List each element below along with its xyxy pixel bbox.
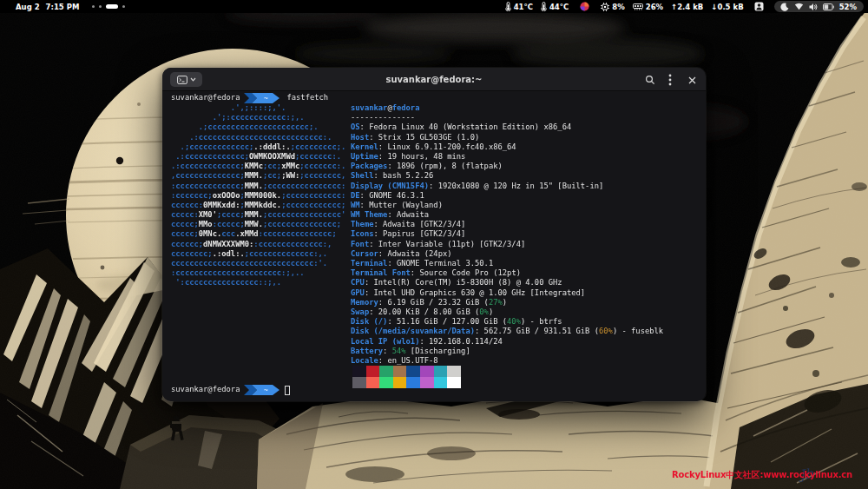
palette-swatch	[366, 377, 380, 388]
app-indicator-icon	[580, 2, 589, 11]
net-download-indicator[interactable]: ↓0.5 kB	[711, 3, 743, 11]
memory-usage-indicator[interactable]: 26%	[633, 3, 663, 11]
palette-swatch	[379, 377, 393, 388]
gnome-top-bar: Aug 2 7:15 PM 41°C 44°C	[0, 0, 868, 13]
svg-text:~: ~	[264, 95, 268, 102]
powerline-prompt: ~	[244, 385, 280, 395]
search-icon	[645, 75, 655, 85]
terminal-content[interactable]: suvankar@fedora ~ fastfetch .',;::::;,'.…	[162, 92, 706, 401]
screencast-indicator[interactable]	[754, 2, 764, 11]
workspace-indicator[interactable]	[92, 4, 125, 9]
clock-time[interactable]: 7:15 PM	[46, 3, 80, 11]
palette-swatch	[352, 377, 366, 388]
palette-swatch	[420, 366, 434, 377]
terminal-window: suvankar@fedora:~ suvankar@fedora ~ fast…	[162, 68, 706, 401]
wifi-icon	[794, 3, 804, 10]
palette-swatch	[434, 366, 448, 377]
palette-swatch	[366, 366, 380, 377]
command-text: fastfetch	[286, 93, 328, 102]
palette-swatch	[379, 366, 393, 377]
app-indicator[interactable]	[580, 2, 589, 11]
workspace-pill-active	[106, 4, 118, 9]
workspace-dot	[99, 5, 102, 8]
close-icon	[687, 76, 697, 85]
powerline-prompt: ~	[244, 93, 280, 103]
prompt-user: suvankar@fedora	[171, 385, 240, 394]
menu-button[interactable]	[663, 73, 677, 87]
palette-swatch	[393, 377, 407, 388]
gpu-temp-indicator[interactable]: 44°C	[541, 2, 569, 11]
window-title: suvankar@fedora:~	[162, 68, 706, 91]
net-upload-indicator[interactable]: ↑2.4 kB	[671, 3, 703, 11]
terminal-titlebar[interactable]: suvankar@fedora:~	[162, 68, 706, 91]
palette-swatch	[406, 377, 420, 388]
prompt-line-2: suvankar@fedora ~	[171, 385, 290, 395]
search-button[interactable]	[643, 73, 657, 87]
palette-swatch	[447, 366, 461, 377]
palette-swatch	[447, 377, 461, 388]
palette-row-normal	[352, 366, 461, 377]
prompt-user: suvankar@fedora	[171, 93, 240, 102]
cpu-icon	[601, 3, 609, 11]
battery-icon	[823, 3, 834, 10]
watermark: RockyLinux中文社区:www.rockylinux.cn	[672, 469, 852, 481]
desktop: Jb Aug 2 7:15 PM 41°C 44°C	[0, 0, 868, 489]
palette-swatch	[393, 366, 407, 377]
terminal-color-palette	[352, 366, 461, 388]
workspace-dot	[122, 5, 125, 8]
palette-swatch	[434, 377, 448, 388]
night-light-moon-icon	[780, 3, 789, 11]
memory-icon	[633, 3, 643, 10]
palette-row-bright	[352, 377, 461, 388]
cpu-usage-indicator[interactable]: 8%	[601, 3, 624, 11]
kebab-menu-icon	[668, 74, 672, 86]
workspace-dot	[92, 5, 95, 8]
palette-swatch	[406, 366, 420, 377]
fastfetch-info: suvankar@fedora--------------OS: Fedora …	[351, 103, 663, 366]
close-button[interactable]	[685, 73, 699, 87]
palette-swatch	[420, 377, 434, 388]
battery-percent: 52%	[839, 3, 857, 11]
ascii-art: .',;::::;,'. .';:cccccccccccc:;,. .;cccc…	[171, 103, 345, 288]
prompt-line: suvankar@fedora ~ fastfetch	[171, 93, 328, 103]
thermometer-icon	[541, 2, 547, 11]
speaker-icon	[809, 3, 818, 11]
clock-date[interactable]: Aug 2	[16, 3, 40, 11]
thermometer-icon	[505, 2, 511, 11]
terminal-cursor	[285, 386, 290, 395]
cpu-temp-indicator[interactable]: 41°C	[505, 2, 533, 11]
system-status-area[interactable]: 52%	[774, 1, 864, 12]
palette-swatch	[352, 366, 366, 377]
svg-text:~: ~	[264, 387, 268, 394]
person-badge-icon	[754, 2, 764, 11]
